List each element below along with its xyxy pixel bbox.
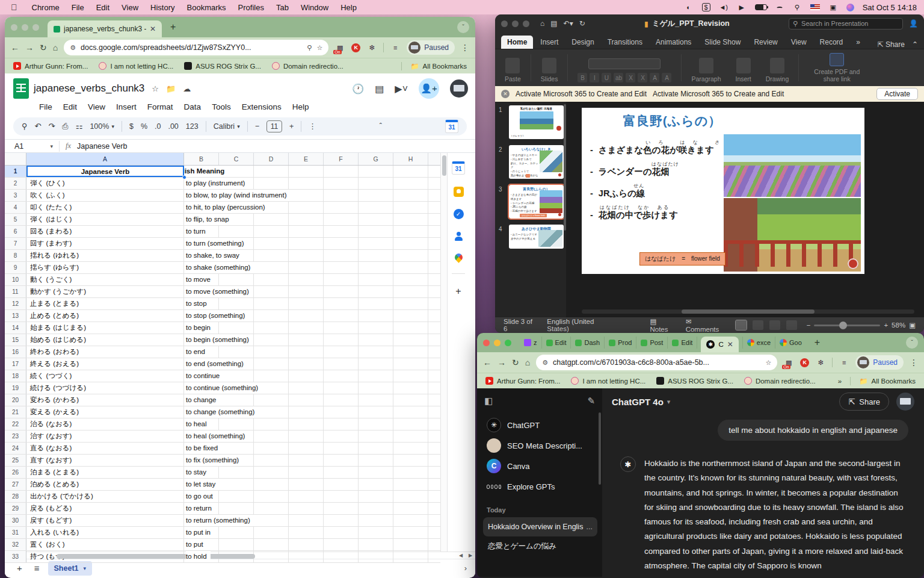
adobe-cc-icon[interactable]: ◐ [684,3,694,11]
font-size-field[interactable]: 11 [266,120,282,132]
ppt-drawing-button[interactable]: Drawing [761,52,794,84]
hscroll-right-icon[interactable]: ▶ [466,553,475,558]
cell-japanese-verb[interactable]: 揺れる (ゆれる) [26,250,184,261]
w3-reload-icon[interactable]: ↻ [512,358,519,367]
row-number[interactable]: 5 [5,214,26,225]
table-row[interactable]: 20 変わる (かわる) to change [5,394,440,406]
row-number[interactable]: 15 [5,334,26,346]
sheets-menu-item[interactable]: View [84,101,109,113]
row-number[interactable]: 1 [5,166,26,177]
print-icon[interactable]: ⎙ [62,122,68,131]
volume-icon[interactable]: ◄) [719,3,728,11]
table-row[interactable]: 8 揺れる (ゆれる) to shake, to sway [5,250,440,262]
siri-icon[interactable] [846,4,854,11]
w3-extensions-puzzle-icon[interactable]: ❇ [815,358,826,367]
normal-view-icon[interactable] [736,320,747,330]
sidebar-scrollbar[interactable] [599,412,601,485]
w1-bookmark-star-icon[interactable]: ☆ [316,44,322,52]
row-number[interactable]: 7 [5,238,26,249]
bookmark-item[interactable]: I am not letting HC... [99,62,173,70]
ppt-font-controls[interactable]: BIUabXXAA [573,52,676,84]
slide-thumb-2[interactable]: 2 いろいろなけしき - やまのぼりとスキー- 川とみずうみで 釣り、カヌー、カ… [499,145,564,179]
cell-english-meaning[interactable]: to let stay [184,479,219,490]
w1-tab-close-icon[interactable]: ✕ [150,25,156,33]
cell-english-meaning[interactable]: to put [184,539,219,550]
cell-english-meaning[interactable]: to stop [184,298,219,309]
bookmark-item[interactable]: ASUS ROG Strix G... [184,62,261,70]
cell-english-meaning[interactable]: to fix (something) [184,455,219,466]
new-chat-icon[interactable]: ✎ [587,396,595,406]
hscroll-left-icon[interactable]: ◀ [456,553,466,558]
w3-traffic-lights[interactable] [483,340,511,346]
row-number[interactable]: 12 [5,298,26,309]
tasks-icon[interactable]: ✓ [454,209,464,219]
slide-sorter-view-icon[interactable] [753,320,763,330]
table-row[interactable]: 19 続ける (つづける) to continue (something) [5,382,440,394]
col-header-A[interactable]: A [26,153,184,165]
activate-button[interactable]: Activate [876,88,918,100]
w3-omnibox[interactable]: ⚙ chatgpt.com/c/6701903a-c6c8-800a-a5ae-… [536,355,777,370]
horizontal-scrollbar[interactable]: ◀ ▶ [5,552,475,559]
more-toolbar-icon[interactable]: ⋮ [309,122,316,131]
model-selector[interactable]: ChatGPT 4o [612,397,664,407]
cell-japanese-verb[interactable]: 終わる (おわる) [26,346,184,358]
cell-japanese-verb[interactable]: 止める (とめる) [26,310,184,322]
number-format-button[interactable]: 123 [186,122,199,131]
menubar-item[interactable]: Chrome [26,3,66,12]
decrease-decimal-button[interactable]: .0 [155,122,161,131]
sheets-menu-item[interactable]: Tools [208,101,235,113]
cell-english-meaning[interactable]: to stay [184,467,219,478]
cell-japanese-verb[interactable]: 吹く (ふく) [26,190,184,201]
cell-english-meaning[interactable]: to continue (something) [184,382,219,394]
cell-english-meaning[interactable]: to return (something) [184,515,219,526]
menubar-item[interactable]: Bookmarks [181,3,232,12]
sheets-menu-item[interactable]: Data [180,101,206,113]
calendar-panel-icon[interactable]: 31 [452,161,465,175]
chat-share-button[interactable]: ⇱Share [839,393,889,411]
cell-japanese-verb[interactable]: 弾く (はじく) [26,214,184,225]
ppt-account-icon[interactable]: 👤 [909,19,918,28]
browser-tab[interactable]: Goo [775,337,806,349]
col-header-D[interactable]: D [254,153,289,165]
undo-icon[interactable]: ↶ [35,122,42,131]
dollar-status-icon[interactable]: $ [702,3,710,11]
stage-horizontal-scrollbar[interactable] [582,309,914,314]
ppt-create-pdf-button[interactable]: Create PDF and share link [804,52,870,84]
table-row[interactable]: 18 続く (つづく) to continue [5,370,440,382]
ppt-ribbon-tab[interactable]: Slide Show [698,36,747,49]
cell-japanese-verb[interactable]: 止まる (とまる) [26,298,184,309]
meet-camera-icon[interactable]: ▶˅ [395,83,408,95]
slide-thumb-3-selected[interactable]: 3 富良野(ふらの） - さまざまな色の花が咲きます- ラベンダーの花畑 - J… [499,185,564,219]
add-sheet-icon[interactable]: + [13,563,26,573]
sheets-menu-item[interactable]: Extensions [238,101,286,113]
sheets-menu-item[interactable]: Insert [112,101,141,113]
row-number[interactable]: 19 [5,382,26,394]
w1-home-icon[interactable]: ⌂ [53,43,58,52]
cell-english-meaning[interactable]: to blow, to play (wind instrument) [184,190,219,201]
table-row[interactable]: 25 直す (なおす) to fix (something) [5,455,440,467]
table-row[interactable]: 24 直る (なおる) to be fixed [5,443,440,455]
w1-zoom-icon[interactable]: ⚲ [307,44,312,52]
wifi-icon[interactable] [775,4,784,10]
chat-history-item[interactable]: 恋愛とゲームの悩み [483,536,597,556]
cell-japanese-verb[interactable]: 入れる (いれる) [26,527,184,538]
w3-active-tab[interactable]: ✱ C ✕ [701,337,738,352]
move-folder-icon[interactable]: 📁 [166,84,176,93]
cell-english-meaning[interactable]: to go out [184,491,219,502]
row-number[interactable]: 21 [5,406,26,418]
table-row[interactable]: 16 終わる (おわる) to end [5,346,440,358]
ppt-ribbon-tab[interactable]: » [850,36,866,49]
w1-active-tab[interactable]: japanese_verbs_chunk3 - Go ✕ [48,20,162,37]
w3-new-tab-button[interactable]: + [810,337,825,348]
bookmark-item[interactable]: I am not letting HC... [571,377,645,385]
browser-tab[interactable]: Prod [605,337,636,349]
ppt-insert-button[interactable]: Insert [731,52,756,84]
cell-english-meaning[interactable]: to flip, to snap [184,214,219,225]
vertical-scrollbar[interactable] [440,153,447,552]
table-row[interactable]: 17 終える (おえる) to end (something) [5,358,440,370]
cell-japanese-verb[interactable]: 揺らす (ゆらす) [26,262,184,273]
zoom-slider[interactable] [814,325,880,326]
cell-japanese-verb[interactable]: 動かす (うごかす) [26,286,184,297]
table-row[interactable]: 5 弾く (はじく) to flip, to snap [5,214,440,226]
font-size-minus-button[interactable]: − [255,122,259,131]
